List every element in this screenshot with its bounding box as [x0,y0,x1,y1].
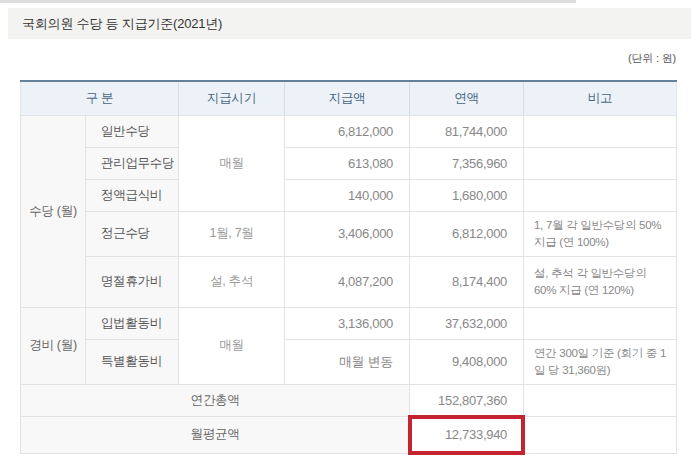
note-cell [524,416,677,453]
annual-cell: 7,356,960 [410,147,524,179]
item-cell: 입법활동비 [86,307,179,339]
unit-note: (단위 : 원) [628,51,676,66]
annual-cell: 1,680,000 [410,179,524,211]
amount-cell: 3,136,000 [285,307,410,339]
table-header-row: 구 분 지급시기 지급액 연액 비고 [21,81,677,115]
note-cell: 설, 추석 각 일반수당의 60% 지급 (연 120%) [524,256,677,307]
table-row: 관리업무수당 613,080 7,356,960 [21,147,677,179]
monthly-average-value: 12,733,940 [445,427,507,442]
annual-cell: 37,632,000 [410,307,524,339]
note-cell [524,179,677,211]
page-title-bar: 국회의원 수당 등 지급기준(2021년) [8,8,691,39]
summary-label: 연간총액 [21,384,410,416]
amount-cell: 4,087,200 [285,256,410,307]
annual-total-value: 152,807,360 [410,384,524,416]
amount-cell: 6,812,000 [285,115,410,147]
period-cell: 매월 [179,115,285,211]
amount-cell: 3,406,000 [285,211,410,256]
period-cell: 매월 [179,307,285,384]
annual-cell: 6,812,000 [410,211,524,256]
annual-cell: 9,408,000 [410,339,524,384]
note-cell [524,147,677,179]
table-row: 특별활동비 매월 변동 9,408,000 연간 300일 기준 (회기 중 1… [21,339,677,384]
header-amount: 지급액 [285,81,410,115]
monthly-average-value-cell: 12,733,940 [410,416,524,453]
header-annual: 연액 [410,81,524,115]
note-cell [524,115,677,147]
item-cell: 정근수당 [86,211,179,256]
item-cell: 명절휴가비 [86,256,179,307]
top-edge-strip [0,0,576,3]
summary-row-annual-total: 연간총액 152,807,360 [21,384,677,416]
annual-cell: 8,174,400 [410,256,524,307]
allowance-table: 구 분 지급시기 지급액 연액 비고 수당 (월) 일반수당 매월 6,812,… [20,80,677,454]
header-note: 비고 [524,81,677,115]
note-cell: 1, 7월 각 일반수당의 50% 지급 (연 100%) [524,211,677,256]
item-cell: 정액급식비 [86,179,179,211]
table-row: 정액급식비 140,000 1,680,000 [21,179,677,211]
amount-cell: 매월 변동 [285,339,410,384]
header-period: 지급시기 [179,81,285,115]
table-row: 수당 (월) 일반수당 매월 6,812,000 81,744,000 [21,115,677,147]
annual-cell: 81,744,000 [410,115,524,147]
page: 국회의원 수당 등 지급기준(2021년) (단위 : 원) 구 분 지급시기 … [0,0,699,459]
note-cell [524,384,677,416]
summary-label: 월평균액 [21,416,410,453]
period-cell: 1월, 7월 [179,211,285,256]
group-gyeongbi-cell: 경비 (월) [21,307,86,384]
item-cell: 특별활동비 [86,339,179,384]
table-row: 정근수당 1월, 7월 3,406,000 6,812,000 1, 7월 각 … [21,211,677,256]
item-cell: 일반수당 [86,115,179,147]
page-title: 국회의원 수당 등 지급기준(2021년) [22,16,222,31]
period-cell: 설, 추석 [179,256,285,307]
table-row: 명절휴가비 설, 추석 4,087,200 8,174,400 설, 추석 각 … [21,256,677,307]
group-sudang-cell: 수당 (월) [21,115,86,307]
note-cell: 연간 300일 기준 (회기 중 1일 당 31,360원) [524,339,677,384]
note-cell [524,307,677,339]
header-gubun: 구 분 [21,81,179,115]
item-cell: 관리업무수당 [86,147,179,179]
amount-cell: 140,000 [285,179,410,211]
amount-cell: 613,080 [285,147,410,179]
table-row: 경비 (월) 입법활동비 매월 3,136,000 37,632,000 [21,307,677,339]
summary-row-monthly-average: 월평균액 12,733,940 [21,416,677,453]
